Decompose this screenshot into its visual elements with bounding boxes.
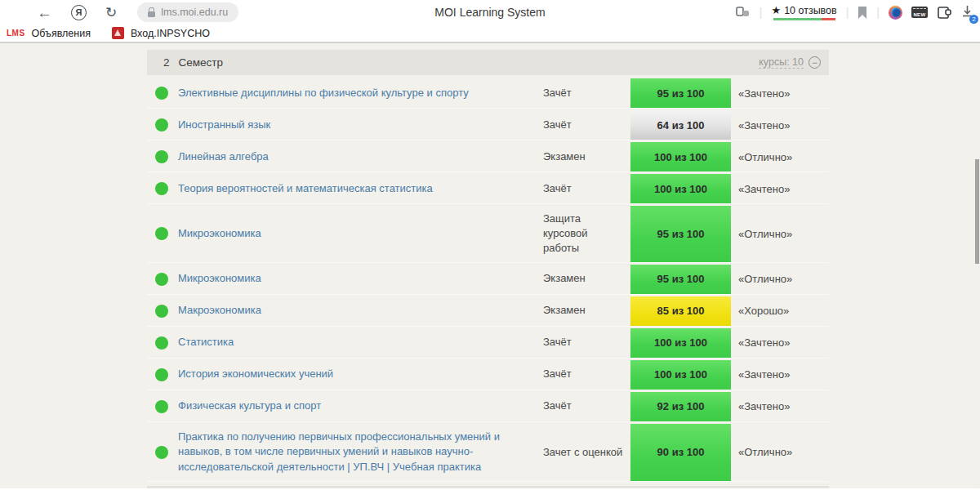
semester-header-2: 2 Семестр курсы: 10 − xyxy=(147,50,829,75)
score-badge: 95 из 100 xyxy=(630,78,731,108)
tag-icon[interactable] xyxy=(736,6,751,19)
grade-text: «Зачтено» xyxy=(731,110,829,140)
assessment-type: Зачёт xyxy=(543,328,630,358)
lock-icon xyxy=(148,11,155,17)
score-badge: 100 из 100 xyxy=(630,142,731,172)
grade-text: «Отлично» xyxy=(731,424,829,482)
score-badge: 100 из 100 xyxy=(630,328,731,358)
course-name-link[interactable]: Линейная алгебра xyxy=(178,142,543,172)
rating-text: 10 отзывов xyxy=(784,5,837,16)
page-body: 2 Семестр курсы: 10 − Элективные дисципл… xyxy=(0,43,980,488)
download-count-badge: 2 xyxy=(969,15,978,24)
course-name-link[interactable]: Практика по получению первичных професси… xyxy=(178,424,543,482)
address-bar[interactable]: lms.moi.edu.ru xyxy=(137,2,238,22)
lms-favicon: LMS xyxy=(7,29,25,38)
bookmark-inpsycho[interactable]: Вход.INPSYCHO xyxy=(112,27,210,39)
downloads-button[interactable]: 2 xyxy=(961,5,973,20)
course-name-link[interactable]: Макроэкономика xyxy=(178,296,543,326)
table-row: Иностранный язык Зачёт 64 из 100 «Зачтен… xyxy=(147,110,829,140)
refresh-button[interactable]: ↻ xyxy=(98,6,124,20)
score-badge: 64 из 100 xyxy=(630,110,731,140)
collapse-section-icon[interactable]: − xyxy=(808,56,821,69)
assessment-type: Зачёт xyxy=(543,78,630,108)
course-name-link[interactable]: Физическая культура и спорт xyxy=(178,392,543,421)
status-dot-icon xyxy=(155,336,168,350)
course-name-link[interactable]: Теория вероятностей и математическая ста… xyxy=(178,174,543,203)
table-row: Макроэкономика Экзамен 85 из 100 «Хорошо… xyxy=(147,296,829,327)
bookmarks-bar: LMS Объявления Вход.INPSYCHO xyxy=(0,24,980,43)
table-row: Линейная алгебра Экзамен 100 из 100 «Отл… xyxy=(147,142,829,172)
status-dot-icon xyxy=(155,305,168,318)
grade-text: «Отлично» xyxy=(731,265,829,294)
course-name-link[interactable]: Микроэкономика xyxy=(178,206,543,262)
assessment-type: Защита курсовой работы xyxy=(543,206,630,262)
new-extension-icon[interactable]: NEW xyxy=(911,7,928,18)
score-badge: 90 из 100 xyxy=(630,424,731,482)
extension-circle-icon[interactable] xyxy=(889,6,902,20)
table-row: Практика по получению первичных професси… xyxy=(147,424,829,483)
back-button[interactable]: ← xyxy=(29,5,60,20)
status-dot-icon xyxy=(155,273,168,286)
course-name-link[interactable]: Статистика xyxy=(178,328,543,358)
table-row: Статистика Зачёт 100 из 100 «Зачтено» xyxy=(147,328,829,359)
bookmark-icon[interactable] xyxy=(858,7,867,19)
url-text: lms.moi.edu.ru xyxy=(161,7,228,18)
inpsycho-favicon xyxy=(112,27,124,39)
table-row: Микроэкономика Экзамен 95 из 100 «Отличн… xyxy=(147,265,829,295)
collections-icon[interactable] xyxy=(937,6,952,20)
grade-text: «Отлично» xyxy=(731,142,829,172)
score-badge: 95 из 100 xyxy=(630,206,731,262)
course-name-link[interactable]: Иностранный язык xyxy=(178,110,543,140)
yandex-button[interactable]: Я xyxy=(71,5,87,20)
grade-text: «Хорошо» xyxy=(731,296,829,326)
semester-number: 2 xyxy=(163,56,170,69)
assessment-type: Экзамен xyxy=(543,296,630,326)
assessment-type: Экзамен xyxy=(543,142,630,172)
star-icon: ★ xyxy=(771,4,781,16)
grades-table: 2 Семестр курсы: 10 − Элективные дисципл… xyxy=(147,43,829,488)
browser-toolbar: ← Я ↻ lms.moi.edu.ru MOI Learning System… xyxy=(0,0,980,24)
status-dot-icon xyxy=(155,182,168,195)
status-dot-icon xyxy=(155,150,168,163)
score-badge: 100 из 100 xyxy=(630,360,731,390)
score-badge: 92 из 100 xyxy=(630,392,731,421)
table-row: Теория вероятностей и математическая ста… xyxy=(147,174,829,204)
separator: | xyxy=(760,6,763,19)
table-row: История экономических учений Зачёт 100 и… xyxy=(147,360,829,390)
grade-text: «Зачтено» xyxy=(731,360,829,390)
grade-text: «Зачтено» xyxy=(731,392,829,421)
grade-text: «Зачтено» xyxy=(731,174,829,203)
score-badge: 100 из 100 xyxy=(630,174,731,203)
course-rows: Элективные дисциплины по физической куль… xyxy=(147,78,829,482)
status-dot-icon xyxy=(155,227,168,240)
course-name-link[interactable]: Элективные дисциплины по физической куль… xyxy=(178,78,543,108)
semester-title: Семестр xyxy=(179,56,760,69)
courses-count-link[interactable]: курсы: 10 xyxy=(759,56,804,69)
scrollbar-track[interactable] xyxy=(974,43,980,488)
scrollbar-thumb[interactable] xyxy=(975,159,979,264)
new-label: NEW xyxy=(913,12,925,19)
assessment-type: Зачёт xyxy=(543,392,630,421)
assessment-type: Экзамен xyxy=(543,265,630,294)
semester-header-3: 3 Семестр курсы: 10 + xyxy=(147,486,829,488)
score-badge: 95 из 100 xyxy=(630,265,731,294)
status-dot-icon xyxy=(155,400,168,413)
assessment-type: Зачёт xyxy=(543,110,630,140)
assessment-type: Зачет с оценкой xyxy=(543,424,630,482)
separator: | xyxy=(846,6,849,19)
grade-text: «Зачтено» xyxy=(731,78,829,108)
assessment-type: Зачёт xyxy=(543,360,630,390)
bookmark-announcements[interactable]: LMS Объявления xyxy=(7,28,91,39)
grade-text: «Отлично» xyxy=(731,206,829,262)
course-name-link[interactable]: История экономических учений xyxy=(178,360,543,390)
grade-text: «Зачтено» xyxy=(731,328,829,358)
table-row: Элективные дисциплины по физической куль… xyxy=(147,78,829,109)
score-badge: 85 из 100 xyxy=(630,296,731,326)
site-rating-widget[interactable]: ★ 10 отзывов xyxy=(771,4,836,20)
status-dot-icon xyxy=(155,368,168,381)
separator: | xyxy=(876,6,880,19)
status-dot-icon xyxy=(155,446,168,459)
bookmark-label: Объявления xyxy=(32,28,91,39)
table-row: Физическая культура и спорт Зачёт 92 из … xyxy=(147,392,829,422)
course-name-link[interactable]: Микроэкономика xyxy=(178,265,543,294)
